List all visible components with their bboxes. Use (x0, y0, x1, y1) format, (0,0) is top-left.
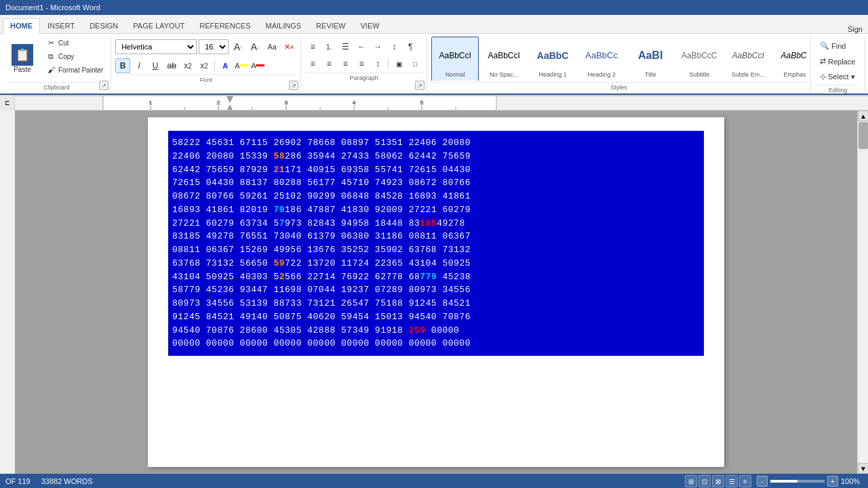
tab-review[interactable]: REVIEW (309, 18, 353, 33)
cut-button[interactable]: ✂ Cut (42, 37, 106, 49)
decrease-font-size-button[interactable]: A↓ (248, 39, 262, 54)
ruler-corner[interactable]: ⊏ (0, 96, 15, 110)
line-13: 80973 34556 53139 88733 73121 26547 7518… (172, 297, 700, 310)
zoom-out-button[interactable]: - (757, 476, 768, 487)
find-label: Find (831, 42, 846, 50)
style-title[interactable]: AaBI Title (627, 37, 674, 81)
style-heading1[interactable]: AaBbC Heading 1 (529, 37, 576, 81)
tab-home[interactable]: HOME (3, 18, 40, 34)
format-painter-icon: 🖌 (45, 65, 56, 75)
style-emphasis[interactable]: AaBbCcI Emphasis (773, 37, 806, 81)
style-subtitle[interactable]: AaBbCcC Subtitle (675, 37, 723, 81)
strikethrough-button[interactable]: ab (164, 58, 179, 73)
tab-mailings[interactable]: MAILINGS (258, 18, 309, 33)
draft-view-icon[interactable]: ≡ (739, 475, 751, 487)
styles-group-label: Styles (431, 82, 806, 91)
zoom-slider[interactable] (770, 480, 825, 483)
style-subtle-emphasis[interactable]: AaBbCcI Subtle Em... (724, 37, 772, 81)
align-center-button[interactable]: ≡ (321, 56, 336, 71)
copy-button[interactable]: ⧉ Copy (42, 50, 106, 62)
line-7: 27221 60279 63734 57973 82843 94958 1844… (172, 217, 700, 230)
multilevel-list-button[interactable]: ☰ (338, 39, 353, 54)
select-button[interactable]: ⊹ Select ▾ (815, 70, 861, 83)
show-marks-button[interactable]: ¶ (403, 39, 418, 54)
bold-button[interactable]: B (115, 58, 130, 73)
find-button[interactable]: 🔍 Find (815, 39, 861, 52)
tab-insert[interactable]: INSERT (40, 18, 82, 33)
line-spacing-button[interactable]: ↕ (370, 56, 385, 71)
style-heading2[interactable]: AaBbCc Heading 2 (578, 37, 625, 81)
highlight-7: 7 (279, 218, 285, 228)
subscript-button[interactable]: x2 (180, 58, 195, 73)
scroll-down-button[interactable]: ▼ (858, 463, 868, 474)
line-11: 43104 50925 40303 52566 22714 76922 6277… (172, 270, 700, 284)
line-6: 16893 41861 82019 79186 47887 41830 9200… (172, 203, 700, 217)
sort-button[interactable]: ↕ (387, 39, 401, 54)
style-subtle-emphasis-preview: AaBbCcI (732, 40, 764, 71)
scroll-track[interactable] (858, 121, 868, 463)
ribbon-tabs: HOME INSERT DESIGN PAGE LAYOUT REFERENCE… (0, 15, 868, 34)
style-normal[interactable]: AaBbCcI Normal (431, 37, 479, 81)
borders-button[interactable]: □ (408, 56, 422, 71)
superscript-button[interactable]: x2 (197, 58, 212, 73)
style-subtitle-label: Subtitle (689, 71, 709, 78)
underline-button[interactable]: U (148, 58, 163, 73)
font-group: Helvetica 16.5 A↑ A↓ Aa ✕A B I U ab x2 (111, 35, 301, 92)
print-layout-icon[interactable]: ⊞ (685, 475, 697, 487)
change-case-button[interactable]: Aa (264, 39, 279, 54)
justify-button[interactable]: ≡ (354, 56, 369, 71)
vertical-ruler-svg (0, 110, 15, 474)
font-size-select[interactable]: 16.5 (199, 39, 229, 54)
vertical-scrollbar[interactable]: ▲ ▼ (857, 110, 868, 474)
full-reading-icon[interactable]: ⊡ (698, 475, 711, 487)
tab-design[interactable]: DESIGN (82, 18, 125, 33)
style-no-spacing[interactable]: AaBbCcI No Spac... (480, 37, 528, 81)
text-effect-button[interactable]: A (218, 58, 233, 73)
paragraph-dialog-launcher[interactable]: ↗ (415, 81, 425, 90)
style-heading1-preview: AaBbC (537, 40, 569, 71)
tab-references[interactable]: REFERENCES (192, 18, 258, 33)
text-highlight-button[interactable]: A (234, 58, 249, 73)
web-layout-icon[interactable]: ⊠ (712, 475, 724, 487)
shading-button[interactable]: ▣ (391, 56, 406, 71)
styles-gallery: AaBbCcI Normal AaBbCcI No Spac... AaBbC … (431, 37, 806, 81)
text-color-button[interactable]: A (250, 58, 265, 73)
document-content[interactable]: 58222 45631 67115 26902 78668 08897 5135… (15, 110, 857, 474)
vertical-ruler (0, 110, 15, 474)
scroll-thumb[interactable] (859, 122, 868, 149)
paste-icon: 📋 (12, 44, 33, 66)
ribbon-content: 📋 Paste ✂ Cut ⧉ Copy 🖌 Format Painter (0, 34, 868, 95)
replace-button[interactable]: ⇄ Replace (815, 55, 861, 68)
bullets-button[interactable]: ≡ (305, 39, 320, 54)
document-numbers: 58222 45631 67115 26902 78668 08897 5135… (168, 131, 704, 356)
clipboard-dialog-launcher[interactable]: ↗ (99, 81, 108, 90)
page-info: OF 119 (5, 477, 31, 485)
style-no-spacing-preview: AaBbCcI (488, 40, 519, 71)
line-5: 08672 80766 59261 25102 90299 06848 8452… (172, 190, 700, 203)
svg-text:3: 3 (285, 100, 288, 106)
font-format-row: B I U ab x2 x2 A A A (115, 58, 296, 73)
outline-view-icon[interactable]: ☰ (726, 475, 738, 487)
scroll-up-button[interactable]: ▲ (858, 110, 868, 121)
tab-page-layout[interactable]: PAGE LAYOUT (125, 18, 192, 33)
zoom-in-button[interactable]: + (827, 476, 838, 487)
select-icon: ⊹ (820, 73, 826, 81)
clear-format-button[interactable]: ✕A (281, 39, 296, 54)
align-left-button[interactable]: ≡ (305, 56, 320, 71)
font-dialog-launcher[interactable]: ↗ (289, 81, 298, 90)
decrease-indent-button[interactable]: ← (354, 39, 369, 54)
tab-view[interactable]: VIEW (353, 18, 387, 33)
align-right-button[interactable]: ≡ (338, 56, 353, 71)
numbering-button[interactable]: 1. (321, 39, 336, 54)
view-icons: ⊞ ⊡ ⊠ ☰ ≡ (685, 475, 751, 487)
highlight-58: 58 (273, 151, 285, 161)
styles-group: AaBbCcI Normal AaBbCcI No Spac... AaBbC … (427, 35, 811, 92)
font-family-select[interactable]: Helvetica (115, 39, 197, 54)
svg-text:1: 1 (149, 100, 153, 106)
increase-indent-button[interactable]: → (370, 39, 385, 54)
increase-font-size-button[interactable]: A↑ (231, 39, 245, 54)
italic-button[interactable]: I (132, 58, 146, 73)
format-painter-button[interactable]: 🖌 Format Painter (42, 64, 106, 76)
paste-button[interactable]: 📋 Paste (7, 37, 38, 81)
font-selector-row: Helvetica 16.5 A↑ A↓ Aa ✕A (115, 39, 296, 54)
